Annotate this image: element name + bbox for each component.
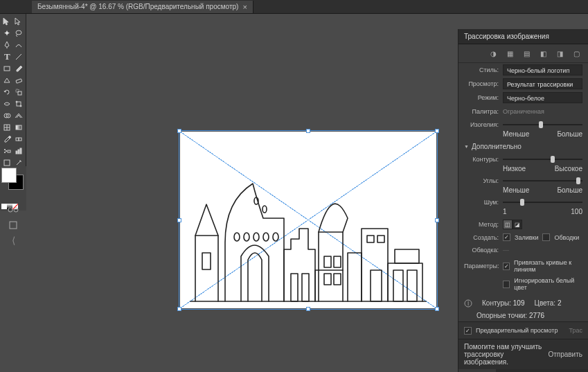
document-title: Безымянный-4* @ 16.67 % (RGB/Предварител…: [37, 3, 238, 10]
auto-color-icon[interactable]: ◑: [488, 48, 498, 58]
scale-tool[interactable]: [13, 86, 25, 98]
resize-handle[interactable]: [177, 218, 181, 222]
shaper-tool[interactable]: [1, 74, 13, 86]
threshold-slider[interactable]: [503, 124, 582, 125]
svg-text:i: i: [467, 299, 469, 307]
method-abutting[interactable]: ◫: [503, 220, 513, 229]
blend-tool[interactable]: [13, 133, 25, 145]
style-label: Стиль:: [464, 67, 499, 73]
resize-handle[interactable]: [177, 307, 181, 311]
draw-mode-icon[interactable]: [7, 204, 19, 216]
corners-label: Углы:: [464, 177, 499, 184]
gradient-tool[interactable]: [13, 121, 25, 133]
fill-swatch[interactable]: [1, 168, 17, 183]
ignore-white-checkbox[interactable]: [503, 281, 510, 288]
mode-dropdown[interactable]: Черно-белое: [503, 92, 582, 103]
info-icon: i: [464, 299, 472, 308]
eraser-tool[interactable]: [13, 74, 25, 86]
svg-point-35: [253, 233, 259, 241]
rectangle-tool[interactable]: [1, 62, 13, 74]
preview-checkbox[interactable]: [464, 327, 472, 335]
svg-rect-45: [334, 274, 341, 285]
high-color-icon[interactable]: ▦: [505, 48, 515, 58]
noise-slider[interactable]: [503, 202, 582, 203]
placed-image[interactable]: [187, 159, 429, 305]
svg-rect-14: [16, 125, 21, 130]
snap-curves-checkbox[interactable]: [503, 263, 510, 270]
info-paths-value: 109: [513, 299, 525, 307]
grayscale-icon[interactable]: ◧: [538, 48, 548, 58]
width-tool[interactable]: [1, 98, 13, 109]
tab-brushes[interactable]: Кисти: [496, 369, 524, 372]
resize-handle[interactable]: [435, 307, 439, 311]
svg-point-33: [234, 233, 240, 241]
panel-title[interactable]: Трассировка изображения: [458, 29, 588, 44]
fills-checkbox[interactable]: [503, 233, 510, 241]
svg-rect-17: [19, 138, 21, 141]
strokes-checkbox[interactable]: [542, 233, 550, 241]
symbol-sprayer-tool[interactable]: [1, 145, 13, 157]
black-white-icon[interactable]: ◨: [555, 48, 564, 58]
shape-builder-tool[interactable]: [1, 109, 13, 121]
help-text: Помогите нам улучшить трассировку изобра…: [464, 343, 548, 366]
lasso-tool[interactable]: [13, 27, 25, 39]
free-transform-tool[interactable]: [13, 98, 25, 109]
svg-rect-46: [367, 236, 374, 242]
edit-toolbar-icon[interactable]: ⟨: [7, 234, 19, 247]
document-tab-bar: Безымянный-4* @ 16.67 % (RGB/Предварител…: [0, 0, 588, 14]
svg-rect-2: [4, 67, 10, 71]
svg-rect-44: [324, 274, 331, 285]
eyedropper-tool[interactable]: [1, 133, 13, 145]
resize-handle[interactable]: [435, 129, 439, 133]
column-graph-tool[interactable]: [13, 145, 25, 157]
tab-swatches[interactable]: Образцы: [458, 369, 496, 372]
svg-point-28: [8, 208, 12, 212]
method-overlapping[interactable]: ◪: [513, 220, 522, 229]
paths-slider[interactable]: [503, 159, 582, 160]
selection-tool[interactable]: [1, 15, 13, 27]
line-tool[interactable]: [13, 51, 25, 62]
canvas[interactable]: [180, 132, 436, 308]
svg-point-15: [9, 136, 11, 138]
svg-rect-49: [393, 270, 403, 301]
style-dropdown[interactable]: Черно-белый логотип: [503, 64, 582, 76]
view-dropdown[interactable]: Результат трассировки: [503, 78, 582, 89]
svg-point-20: [6, 150, 7, 151]
svg-rect-48: [371, 270, 382, 301]
svg-rect-18: [8, 150, 10, 152]
outline-icon[interactable]: ▢: [571, 48, 581, 58]
svg-point-36: [263, 233, 269, 241]
resize-handle[interactable]: [306, 307, 310, 311]
artboard[interactable]: [180, 132, 436, 308]
svg-rect-50: [407, 270, 417, 301]
mesh-tool[interactable]: [1, 121, 13, 133]
perspective-grid-tool[interactable]: [13, 109, 25, 121]
advanced-toggle[interactable]: Дополнительно: [458, 140, 588, 153]
resize-handle[interactable]: [177, 129, 181, 133]
preset-icon-row: ◑ ▦ ▤ ◧ ◨ ▢: [458, 44, 588, 63]
direct-selection-tool[interactable]: [13, 15, 25, 27]
send-feedback-link[interactable]: Отправить: [548, 351, 582, 358]
resize-handle[interactable]: [306, 129, 310, 133]
swatch-tabs: Образцы Кисти Символы: [458, 369, 588, 372]
tab-symbols[interactable]: Символы: [524, 369, 562, 372]
magic-wand-tool[interactable]: ✦: [1, 27, 13, 39]
close-tab-icon[interactable]: ×: [242, 3, 247, 11]
svg-point-29: [14, 208, 18, 212]
trace-button[interactable]: Трас: [569, 326, 582, 335]
method-label: Метод:: [464, 221, 499, 228]
screen-mode-icon[interactable]: [7, 219, 19, 231]
corners-slider[interactable]: [503, 180, 582, 181]
low-color-icon[interactable]: ▤: [522, 48, 531, 58]
stroke-opt-label: Обводка:: [464, 247, 499, 254]
rotate-tool[interactable]: [1, 86, 13, 98]
options-label: Параметры:: [464, 263, 499, 269]
view-label: Просмотр:: [464, 80, 499, 87]
curvature-tool[interactable]: [13, 39, 25, 51]
pen-tool[interactable]: [1, 39, 13, 51]
paintbrush-tool[interactable]: [13, 62, 25, 74]
resize-handle[interactable]: [435, 218, 439, 222]
document-tab[interactable]: Безымянный-4* @ 16.67 % (RGB/Предварител…: [32, 1, 253, 13]
type-tool[interactable]: T: [1, 51, 13, 62]
svg-rect-43: [334, 256, 341, 267]
